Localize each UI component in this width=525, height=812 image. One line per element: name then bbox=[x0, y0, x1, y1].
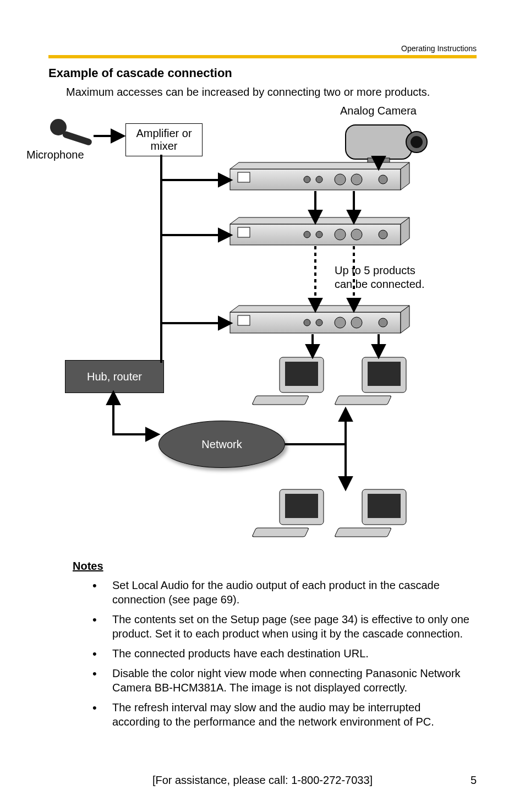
svg-rect-6 bbox=[230, 169, 401, 190]
header-rule bbox=[48, 55, 477, 58]
svg-rect-7 bbox=[238, 172, 250, 182]
notes-list: Set Local Audio for the audio output of … bbox=[92, 578, 471, 729]
svg-rect-20 bbox=[230, 312, 401, 333]
svg-point-25 bbox=[351, 317, 362, 328]
svg-rect-2 bbox=[346, 125, 412, 159]
header-doc-label: Operating Instructions bbox=[48, 44, 477, 53]
svg-point-11 bbox=[351, 174, 362, 185]
computer-icon bbox=[335, 489, 406, 537]
svg-point-9 bbox=[316, 176, 322, 183]
list-item: The connected products have each destina… bbox=[92, 646, 471, 661]
svg-rect-38 bbox=[335, 528, 391, 537]
list-item: Set Local Audio for the audio output of … bbox=[92, 578, 471, 607]
server-unit-2 bbox=[230, 217, 409, 245]
notes-heading: Notes bbox=[73, 560, 477, 573]
svg-point-22 bbox=[304, 319, 310, 326]
svg-point-10 bbox=[335, 174, 346, 185]
svg-point-4 bbox=[411, 136, 423, 148]
svg-point-8 bbox=[304, 176, 310, 183]
computer-icon bbox=[335, 357, 406, 405]
server-unit-3 bbox=[230, 306, 409, 333]
svg-rect-37 bbox=[368, 494, 401, 518]
svg-point-24 bbox=[335, 317, 346, 328]
list-item: The contents set on the Setup page (see … bbox=[92, 612, 471, 641]
svg-rect-13 bbox=[230, 224, 401, 245]
svg-rect-32 bbox=[335, 396, 391, 405]
svg-rect-29 bbox=[252, 396, 309, 405]
page-number: 5 bbox=[471, 774, 477, 787]
svg-point-26 bbox=[379, 318, 387, 327]
footer-assist: [For assistance, please call: 1-800-272-… bbox=[0, 774, 525, 787]
cascade-diagram: Analog Camera Microphone Amplifier or mi… bbox=[48, 104, 478, 550]
svg-point-23 bbox=[316, 319, 322, 326]
analog-camera-icon bbox=[346, 125, 427, 164]
list-item: The refresh interval may slow and the au… bbox=[92, 700, 471, 729]
page-footer: [For assistance, please call: 1-800-272-… bbox=[0, 774, 525, 787]
svg-point-15 bbox=[304, 231, 310, 238]
svg-rect-28 bbox=[285, 362, 318, 386]
svg-rect-14 bbox=[238, 227, 250, 237]
svg-point-12 bbox=[379, 175, 387, 184]
svg-rect-21 bbox=[238, 315, 250, 325]
section-title: Example of cascade connection bbox=[48, 66, 477, 80]
svg-rect-1 bbox=[62, 130, 92, 146]
svg-point-18 bbox=[351, 229, 362, 240]
microphone-icon bbox=[50, 119, 92, 146]
section-intro: Maximum accesses can be increased by con… bbox=[66, 86, 477, 99]
svg-rect-34 bbox=[285, 494, 318, 518]
computer-icon bbox=[252, 489, 324, 537]
computer-icon bbox=[252, 357, 324, 405]
svg-point-19 bbox=[379, 230, 387, 239]
svg-point-16 bbox=[316, 231, 322, 238]
svg-rect-31 bbox=[368, 362, 401, 386]
svg-point-17 bbox=[335, 229, 346, 240]
diagram-svg bbox=[48, 104, 478, 550]
svg-rect-35 bbox=[252, 528, 309, 537]
list-item: Disable the color night view mode when c… bbox=[92, 666, 471, 695]
server-unit-1 bbox=[230, 162, 409, 190]
